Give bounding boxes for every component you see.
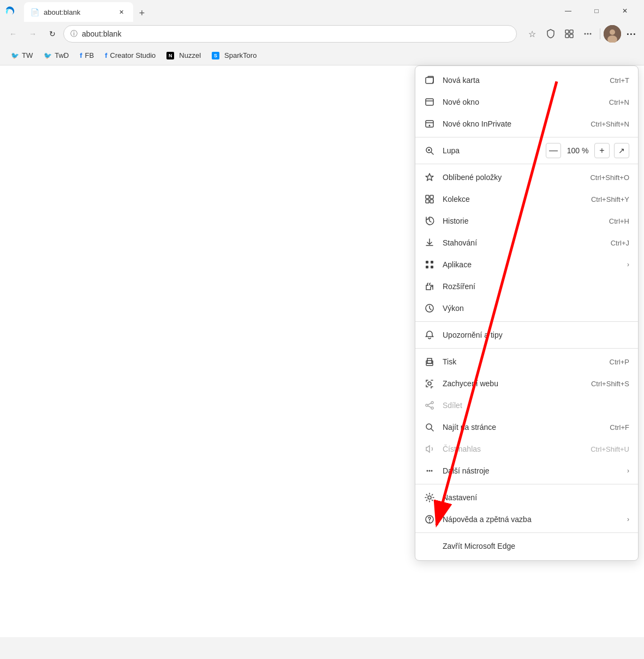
menu-divider: [415, 321, 638, 322]
title-bar: 📄 about:blank ✕ + — □ ✕: [0, 0, 644, 22]
menu-shortcut: Ctrl+N: [609, 98, 629, 106]
menu-shortcut: Ctrl+Shift+O: [590, 173, 629, 182]
svg-point-33: [431, 470, 433, 472]
zoom-controls: — 100 % + ↗: [546, 143, 629, 158]
svg-rect-15: [426, 195, 429, 199]
back-button[interactable]: ←: [4, 25, 22, 43]
browser-menu: Nová karta Ctrl+T Nové okno Ctrl+N Nové …: [415, 65, 639, 561]
menu-item-nastaveni[interactable]: Nastavení: [415, 487, 638, 508]
menu-label: Nápověda a zpětná vazba: [443, 515, 615, 524]
menu-item-stahovani[interactable]: Stahování Ctrl+J: [415, 232, 638, 254]
maximize-button[interactable]: □: [584, 2, 609, 20]
menu-item-rozsireni[interactable]: Rozšíření: [415, 275, 638, 297]
menu-item-dalsi-nastroje[interactable]: Další nástroje ›: [415, 460, 638, 482]
menu-item-sdilet: Sdílet: [415, 394, 638, 416]
menu-divider: [415, 348, 638, 349]
menu-item-vykon[interactable]: Výkon: [415, 297, 638, 319]
menu-item-oblibene[interactable]: Oblíbené položky Ctrl+Shift+O: [415, 166, 638, 188]
menu-item-zavrit-edge[interactable]: Zavřít Microsoft Edge: [415, 535, 638, 557]
submenu-arrow: ›: [627, 516, 629, 523]
favorites-star-button[interactable]: ☆: [523, 25, 541, 43]
svg-point-25: [432, 362, 433, 363]
zoom-label: Lupa: [443, 146, 546, 155]
settings-more-button[interactable]: ⋯: [622, 25, 640, 43]
notifications-icon: [424, 330, 435, 340]
bookmark-fb1[interactable]: f FB: [75, 49, 98, 62]
shield-button[interactable]: [542, 25, 559, 43]
address-bar[interactable]: ⓘ about:blank: [63, 25, 517, 43]
reload-button[interactable]: ↻: [44, 25, 61, 43]
svg-rect-11: [426, 99, 433, 105]
menu-divider: [415, 164, 638, 164]
find-icon: [424, 422, 435, 433]
menu-item-inprivate[interactable]: Nové okno InPrivate Ctrl+Shift+N: [415, 113, 638, 135]
profile-avatar-button[interactable]: [604, 25, 621, 43]
url-display: about:blank: [82, 29, 121, 38]
menu-item-najit[interactable]: Najít na stránce Ctrl+F: [415, 416, 638, 438]
svg-point-5: [587, 33, 589, 35]
facebook-icon: f: [80, 51, 82, 59]
bookmarks-bar: 🐦 TW 🐦 TwD f FB f Creator Studio N Nuzze…: [0, 46, 644, 65]
menu-item-nove-okno[interactable]: Nové okno Ctrl+N: [415, 91, 638, 113]
performance-icon: [424, 303, 435, 314]
svg-point-31: [427, 470, 428, 472]
menu-label: Kolekce: [443, 195, 583, 203]
bookmark-twd[interactable]: 🐦 TwD: [39, 49, 73, 62]
close-button[interactable]: ✕: [612, 2, 637, 20]
settings-icon: [424, 492, 435, 503]
svg-rect-18: [430, 200, 433, 203]
bookmark-tw1[interactable]: 🐦 TW: [7, 49, 37, 62]
bookmark-label: SparkToro: [224, 51, 257, 59]
menu-item-tisk[interactable]: Tisk Ctrl+P: [415, 351, 638, 373]
tab-close-button[interactable]: ✕: [116, 7, 127, 17]
svg-point-32: [429, 470, 431, 472]
minimize-button[interactable]: —: [556, 2, 581, 20]
menu-item-cist-nahlas: Číst nahlas Ctrl+Shift+U: [415, 438, 638, 460]
forward-button[interactable]: →: [24, 25, 41, 43]
info-icon[interactable]: ⓘ: [70, 29, 77, 39]
zoom-expand-button[interactable]: ↗: [614, 143, 629, 158]
zoom-control: Lupa — 100 % + ↗: [415, 140, 638, 161]
svg-rect-10: [426, 77, 433, 83]
menu-label: Číst nahlas: [443, 445, 583, 453]
menu-label: Nastavení: [443, 493, 629, 502]
bookmark-creator-studio[interactable]: f Creator Studio: [100, 49, 160, 62]
history-icon: [424, 215, 435, 226]
svg-point-27: [431, 402, 433, 404]
apps-icon: [424, 259, 435, 270]
svg-rect-16: [430, 195, 433, 199]
menu-item-aplikace[interactable]: Aplikace ›: [415, 254, 638, 275]
menu-item-kolekce[interactable]: Kolekce Ctrl+Shift+Y: [415, 188, 638, 210]
browser-logo: [4, 5, 15, 16]
bookmark-sparktoro[interactable]: S SparkToro: [207, 49, 261, 62]
menu-item-upozorneni[interactable]: Upozornění a tipy: [415, 324, 638, 346]
bookmark-label: TwD: [55, 51, 69, 59]
bookmark-label: FB: [85, 51, 94, 59]
new-tab-button[interactable]: +: [133, 4, 151, 22]
menu-item-napoveda[interactable]: Nápověda a zpětná vazba ›: [415, 508, 638, 530]
menu-item-zachyceni[interactable]: Zachycení webu Ctrl+Shift+S: [415, 373, 638, 394]
more-tools-icon: [424, 465, 435, 476]
menu-shortcut: Ctrl+Shift+S: [591, 380, 629, 388]
menu-label: Historie: [443, 217, 601, 225]
svg-rect-2: [565, 34, 569, 38]
bookmark-nuzzel[interactable]: N Nuzzel: [162, 49, 205, 62]
main-content: Nová karta Ctrl+T Nové okno Ctrl+N Nové …: [0, 65, 644, 637]
star-icon: [424, 172, 435, 183]
svg-point-4: [585, 33, 586, 35]
zoom-decrease-button[interactable]: —: [546, 143, 561, 158]
share-icon: [424, 400, 435, 411]
menu-label: Upozornění a tipy: [443, 331, 629, 339]
print-icon: [424, 356, 435, 367]
menu-item-nova-karta[interactable]: Nová karta Ctrl+T: [415, 69, 638, 91]
menu-shortcut: Ctrl+H: [609, 217, 629, 225]
more-bookmarks-button[interactable]: [579, 25, 597, 43]
tab-title: about:blank: [44, 8, 111, 16]
new-tab-icon: [424, 75, 435, 86]
svg-point-26: [428, 382, 431, 385]
menu-item-historie[interactable]: Historie Ctrl+H: [415, 210, 638, 232]
zoom-increase-button[interactable]: +: [594, 143, 610, 158]
menu-label: Zachycení webu: [443, 379, 583, 388]
browser-tab[interactable]: 📄 about:blank ✕: [24, 2, 133, 22]
collections-button[interactable]: [560, 25, 578, 43]
